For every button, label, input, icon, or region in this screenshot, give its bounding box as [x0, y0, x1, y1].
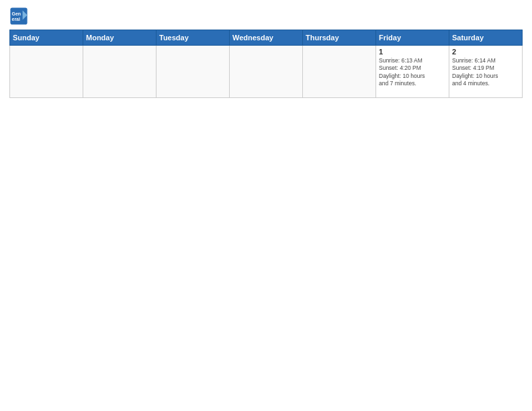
weekday-header-monday: Monday: [83, 30, 157, 46]
day-cell: [10, 46, 83, 98]
day-info: Sunrise: 6:14 AM Sunset: 4:19 PM Dayligh…: [452, 57, 519, 88]
day-cell: [83, 46, 157, 98]
calendar-table: SundayMondayTuesdayWednesdayThursdayFrid…: [9, 30, 523, 98]
logo-icon: Gen eral: [9, 7, 28, 26]
day-info: Sunrise: 6:13 AM Sunset: 4:20 PM Dayligh…: [379, 57, 446, 88]
calendar-container: Gen eral SundayMondayTuesdayWednesdayThu…: [0, 0, 532, 411]
weekday-header-thursday: Thursday: [303, 30, 376, 46]
day-cell: [303, 46, 376, 98]
weekday-header-saturday: Saturday: [449, 30, 523, 46]
weekday-header-row: SundayMondayTuesdayWednesdayThursdayFrid…: [10, 30, 523, 46]
weekday-header-friday: Friday: [376, 30, 449, 46]
week-row-0: 1Sunrise: 6:13 AM Sunset: 4:20 PM Daylig…: [10, 46, 523, 98]
day-number: 1: [379, 48, 446, 56]
weekday-header-sunday: Sunday: [10, 30, 83, 46]
day-cell: 2Sunrise: 6:14 AM Sunset: 4:19 PM Daylig…: [449, 46, 523, 98]
svg-text:Gen: Gen: [12, 11, 21, 16]
day-number: 2: [452, 48, 519, 56]
weekday-header-wednesday: Wednesday: [230, 30, 303, 46]
weekday-header-tuesday: Tuesday: [157, 30, 230, 46]
day-cell: [230, 46, 303, 98]
svg-text:eral: eral: [12, 17, 21, 21]
day-cell: 1Sunrise: 6:13 AM Sunset: 4:20 PM Daylig…: [376, 46, 449, 98]
logo: Gen eral: [9, 7, 31, 26]
header: Gen eral: [9, 7, 523, 26]
day-cell: [157, 46, 230, 98]
